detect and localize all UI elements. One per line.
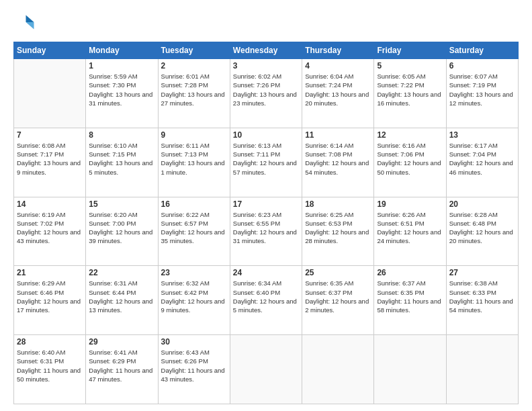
day-info: Sunrise: 6:34 AMSunset: 6:40 PMDaylight:…	[233, 279, 299, 314]
calendar-week-row-4: 21Sunrise: 6:29 AMSunset: 6:46 PMDayligh…	[14, 266, 519, 335]
day-number: 12	[377, 130, 443, 140]
calendar-cell: 4Sunrise: 6:04 AMSunset: 7:24 PMDaylight…	[302, 59, 374, 128]
svg-marker-0	[26, 15, 34, 23]
day-info: Sunrise: 6:01 AMSunset: 7:28 PMDaylight:…	[161, 72, 227, 107]
day-number: 4	[305, 61, 371, 71]
day-number: 20	[449, 199, 515, 209]
calendar-week-row-3: 14Sunrise: 6:19 AMSunset: 7:02 PMDayligh…	[14, 197, 519, 266]
header	[13, 12, 519, 35]
day-number: 23	[161, 268, 227, 277]
calendar-cell: 19Sunrise: 6:26 AMSunset: 6:51 PMDayligh…	[374, 197, 446, 266]
calendar-cell: 7Sunrise: 6:08 AMSunset: 7:17 PMDaylight…	[14, 128, 86, 197]
day-info: Sunrise: 6:41 AMSunset: 6:29 PMDaylight:…	[89, 348, 154, 383]
calendar-cell: 8Sunrise: 6:10 AMSunset: 7:15 PMDaylight…	[86, 128, 158, 197]
day-info: Sunrise: 6:32 AMSunset: 6:42 PMDaylight:…	[161, 279, 227, 314]
day-number: 26	[377, 268, 443, 277]
day-number: 15	[89, 199, 154, 209]
calendar-cell: 25Sunrise: 6:35 AMSunset: 6:37 PMDayligh…	[302, 266, 374, 335]
calendar-cell: 6Sunrise: 6:07 AMSunset: 7:19 PMDaylight…	[446, 59, 518, 128]
calendar-cell	[230, 335, 302, 404]
day-number: 30	[161, 337, 227, 347]
day-info: Sunrise: 6:14 AMSunset: 7:08 PMDaylight:…	[305, 141, 371, 177]
day-number: 29	[89, 337, 154, 347]
calendar-week-row-5: 28Sunrise: 6:40 AMSunset: 6:31 PMDayligh…	[14, 335, 519, 404]
calendar-cell: 23Sunrise: 6:32 AMSunset: 6:42 PMDayligh…	[158, 266, 230, 335]
day-number: 28	[17, 337, 83, 347]
day-info: Sunrise: 6:11 AMSunset: 7:13 PMDaylight:…	[161, 141, 227, 177]
day-number: 8	[89, 130, 154, 140]
calendar-cell: 15Sunrise: 6:20 AMSunset: 7:00 PMDayligh…	[86, 197, 158, 266]
calendar-cell: 18Sunrise: 6:25 AMSunset: 6:53 PMDayligh…	[302, 197, 374, 266]
weekday-header-monday: Monday	[86, 42, 158, 59]
calendar-cell	[14, 59, 86, 128]
day-number: 27	[449, 268, 515, 277]
day-info: Sunrise: 6:28 AMSunset: 6:48 PMDaylight:…	[449, 210, 515, 246]
calendar-table: SundayMondayTuesdayWednesdayThursdayFrid…	[13, 42, 519, 404]
calendar-cell	[446, 335, 518, 404]
day-number: 10	[233, 130, 299, 140]
calendar-cell: 11Sunrise: 6:14 AMSunset: 7:08 PMDayligh…	[302, 128, 374, 197]
calendar-cell: 1Sunrise: 5:59 AMSunset: 7:30 PMDaylight…	[86, 59, 158, 128]
day-info: Sunrise: 6:02 AMSunset: 7:26 PMDaylight:…	[233, 72, 299, 107]
day-number: 7	[17, 130, 83, 140]
day-number: 21	[17, 268, 83, 277]
calendar-cell: 27Sunrise: 6:38 AMSunset: 6:33 PMDayligh…	[446, 266, 518, 335]
day-info: Sunrise: 6:05 AMSunset: 7:22 PMDaylight:…	[377, 72, 443, 107]
day-info: Sunrise: 6:31 AMSunset: 6:44 PMDaylight:…	[89, 279, 154, 314]
day-info: Sunrise: 6:07 AMSunset: 7:19 PMDaylight:…	[449, 72, 515, 107]
day-info: Sunrise: 6:20 AMSunset: 7:00 PMDaylight:…	[89, 210, 154, 246]
calendar-cell: 26Sunrise: 6:37 AMSunset: 6:35 PMDayligh…	[374, 266, 446, 335]
calendar-cell: 24Sunrise: 6:34 AMSunset: 6:40 PMDayligh…	[230, 266, 302, 335]
day-info: Sunrise: 6:16 AMSunset: 7:06 PMDaylight:…	[377, 141, 443, 177]
day-number: 11	[305, 130, 371, 140]
day-info: Sunrise: 6:43 AMSunset: 6:26 PMDaylight:…	[161, 348, 227, 383]
day-number: 22	[89, 268, 154, 277]
day-number: 14	[17, 199, 83, 209]
day-number: 25	[305, 268, 371, 277]
day-info: Sunrise: 6:04 AMSunset: 7:24 PMDaylight:…	[305, 72, 371, 107]
day-info: Sunrise: 6:35 AMSunset: 6:37 PMDaylight:…	[305, 279, 371, 314]
day-info: Sunrise: 6:29 AMSunset: 6:46 PMDaylight:…	[17, 279, 83, 314]
calendar-cell	[302, 335, 374, 404]
day-number: 19	[377, 199, 443, 209]
day-number: 9	[161, 130, 227, 140]
calendar-cell: 2Sunrise: 6:01 AMSunset: 7:28 PMDaylight…	[158, 59, 230, 128]
day-number: 18	[305, 199, 371, 209]
day-info: Sunrise: 6:40 AMSunset: 6:31 PMDaylight:…	[17, 348, 83, 383]
weekday-header-tuesday: Tuesday	[158, 42, 230, 59]
calendar-cell	[374, 335, 446, 404]
day-info: Sunrise: 6:13 AMSunset: 7:11 PMDaylight:…	[233, 141, 299, 177]
svg-marker-1	[26, 22, 34, 30]
day-number: 16	[161, 199, 227, 209]
day-number: 2	[161, 61, 227, 71]
day-number: 13	[449, 130, 515, 140]
day-number: 5	[377, 61, 443, 71]
logo-icon	[15, 12, 35, 32]
calendar-cell: 13Sunrise: 6:17 AMSunset: 7:04 PMDayligh…	[446, 128, 518, 197]
calendar-cell: 5Sunrise: 6:05 AMSunset: 7:22 PMDaylight…	[374, 59, 446, 128]
calendar-cell: 21Sunrise: 6:29 AMSunset: 6:46 PMDayligh…	[14, 266, 86, 335]
logo	[13, 12, 35, 35]
calendar-cell: 14Sunrise: 6:19 AMSunset: 7:02 PMDayligh…	[14, 197, 86, 266]
calendar-cell: 30Sunrise: 6:43 AMSunset: 6:26 PMDayligh…	[158, 335, 230, 404]
day-info: Sunrise: 5:59 AMSunset: 7:30 PMDaylight:…	[89, 72, 154, 107]
day-info: Sunrise: 6:37 AMSunset: 6:35 PMDaylight:…	[377, 279, 443, 314]
calendar-cell: 3Sunrise: 6:02 AMSunset: 7:26 PMDaylight…	[230, 59, 302, 128]
day-info: Sunrise: 6:25 AMSunset: 6:53 PMDaylight:…	[305, 210, 371, 246]
calendar-cell: 20Sunrise: 6:28 AMSunset: 6:48 PMDayligh…	[446, 197, 518, 266]
day-info: Sunrise: 6:38 AMSunset: 6:33 PMDaylight:…	[449, 279, 515, 314]
day-info: Sunrise: 6:10 AMSunset: 7:15 PMDaylight:…	[89, 141, 154, 177]
day-number: 3	[233, 61, 299, 71]
calendar-cell: 17Sunrise: 6:23 AMSunset: 6:55 PMDayligh…	[230, 197, 302, 266]
day-info: Sunrise: 6:17 AMSunset: 7:04 PMDaylight:…	[449, 141, 515, 177]
day-info: Sunrise: 6:08 AMSunset: 7:17 PMDaylight:…	[17, 141, 83, 177]
calendar-cell: 28Sunrise: 6:40 AMSunset: 6:31 PMDayligh…	[14, 335, 86, 404]
day-info: Sunrise: 6:22 AMSunset: 6:57 PMDaylight:…	[161, 210, 227, 246]
weekday-header-row: SundayMondayTuesdayWednesdayThursdayFrid…	[14, 42, 519, 59]
page: SundayMondayTuesdayWednesdayThursdayFrid…	[0, 0, 532, 411]
calendar-week-row-1: 1Sunrise: 5:59 AMSunset: 7:30 PMDaylight…	[14, 59, 519, 128]
day-number: 6	[449, 61, 515, 71]
day-number: 24	[233, 268, 299, 277]
day-info: Sunrise: 6:23 AMSunset: 6:55 PMDaylight:…	[233, 210, 299, 246]
calendar-cell: 12Sunrise: 6:16 AMSunset: 7:06 PMDayligh…	[374, 128, 446, 197]
